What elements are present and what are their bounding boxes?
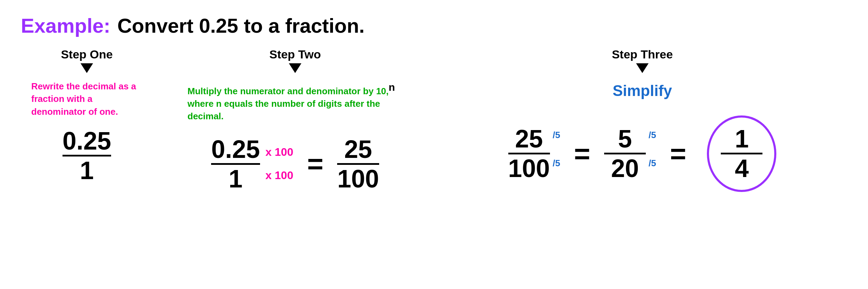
step-one-fraction: 0.25 1 bbox=[62, 128, 111, 183]
step3-final-den: 4 bbox=[735, 156, 749, 181]
step-two-fraction: 0.25 1 bbox=[211, 137, 260, 191]
step-two-desc-line1: Multiply the numerator and denominator b… bbox=[187, 86, 389, 96]
step-two-desc-line2: where n equals the number of digits afte… bbox=[187, 98, 380, 121]
step3-final-fraction: 1 4 bbox=[721, 126, 762, 181]
step-two-result-fraction: 25 100 bbox=[337, 137, 379, 191]
step-two-frac-annotated: 0.25 1 x 100 x 100 bbox=[211, 137, 293, 191]
step-one-desc: Rewrite the decimal as a fraction with a… bbox=[31, 80, 142, 118]
page-container: Example: Convert 0.25 to a fraction. Ste… bbox=[0, 0, 868, 289]
step3-equals2: = bbox=[670, 138, 686, 170]
step-two-numerator: 0.25 bbox=[211, 137, 260, 162]
step3-frac2-num: 5 bbox=[618, 126, 632, 151]
step3-div-notes-1: /5 /5 bbox=[553, 130, 560, 169]
step3-frac1-den: 100 bbox=[508, 156, 550, 181]
step3-frac1-annotated: 25 100 /5 /5 bbox=[508, 126, 560, 181]
step-three-math: 25 100 /5 /5 = 5 20 bbox=[508, 115, 777, 192]
step-two-math: 0.25 1 x 100 x 100 = 25 100 bbox=[211, 137, 379, 191]
step3-frac1-num: 25 bbox=[515, 126, 543, 151]
main-title: Convert 0.25 to a fraction. bbox=[117, 14, 365, 37]
step3-frac2: 5 20 bbox=[604, 126, 646, 181]
step-one-label: Step One bbox=[61, 48, 112, 61]
multiplier-bottom: x 100 bbox=[266, 169, 293, 182]
steps-area: Step One Rewrite the decimal as a fracti… bbox=[21, 48, 847, 192]
step-two-equals: = bbox=[307, 148, 324, 180]
step-two-col: Step Two Multiply the numerator and deno… bbox=[174, 48, 417, 191]
step3-equals1: = bbox=[574, 138, 590, 170]
step-two-desc: Multiply the numerator and denominator b… bbox=[187, 80, 403, 123]
step3-div-notes-2: /5 /5 bbox=[649, 130, 656, 169]
step3-div1-num: /5 bbox=[553, 130, 560, 141]
multiplier-top: x 100 bbox=[266, 146, 293, 159]
step-two-label: Step Two bbox=[269, 48, 321, 61]
step-two-result-num: 25 bbox=[344, 137, 372, 162]
step3-frac2-den: 20 bbox=[611, 156, 639, 181]
step-two-arrow bbox=[289, 63, 301, 73]
step3-div2-den: /5 bbox=[649, 158, 656, 169]
step3-div1-den: /5 bbox=[553, 158, 560, 169]
step-one-col: Step One Rewrite the decimal as a fracti… bbox=[21, 48, 153, 183]
title-row: Example: Convert 0.25 to a fraction. bbox=[21, 14, 847, 37]
example-label: Example: bbox=[21, 14, 110, 37]
step3-frac1: 25 100 bbox=[508, 126, 550, 181]
step-one-denominator: 1 bbox=[80, 158, 94, 183]
step3-final-num: 1 bbox=[735, 126, 749, 151]
step3-frac2-annotated: 5 20 /5 /5 bbox=[604, 126, 656, 181]
step3-final-circled: 1 4 bbox=[707, 115, 776, 192]
step-two-denominator: 1 bbox=[229, 166, 243, 191]
multiplier-note: x 100 x 100 bbox=[266, 146, 293, 182]
step3-div2-num: /5 bbox=[649, 130, 656, 141]
step-one-numerator: 0.25 bbox=[62, 128, 111, 153]
step-two-result-den: 100 bbox=[337, 166, 379, 191]
step-three-desc: Simplify bbox=[612, 80, 672, 102]
step-three-label: Step Three bbox=[612, 48, 673, 61]
step-three-arrow bbox=[636, 63, 649, 73]
step-one-arrow bbox=[81, 63, 93, 73]
step-three-col: Step Three Simplify 25 100 /5 /5 bbox=[437, 48, 847, 192]
step-two-superscript: n bbox=[389, 81, 395, 93]
